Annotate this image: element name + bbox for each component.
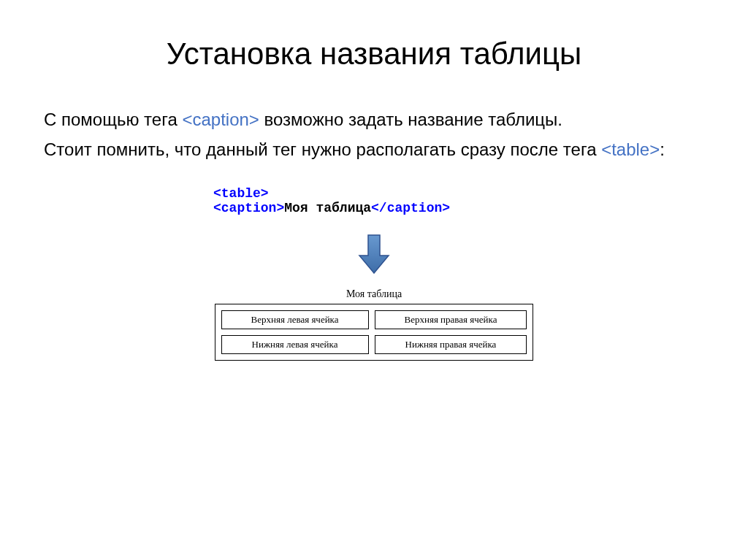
paragraph-2-prefix: Стоит помнить, что данный тег нужно расп… <box>44 139 601 159</box>
table-row: Нижняя левая ячейка Нижняя правая ячейка <box>221 335 527 354</box>
table-row: Верхняя левая ячейка Верхняя правая ячей… <box>221 310 527 329</box>
arrow-container <box>44 234 704 277</box>
cell-bottom-left: Нижняя левая ячейка <box>221 335 369 354</box>
arrow-down-icon <box>358 234 390 275</box>
paragraph-2-suffix: : <box>660 139 665 159</box>
code-caption-close: </caption> <box>371 201 450 215</box>
code-table-tag: <table> <box>213 186 269 201</box>
code-caption-open: <caption> <box>213 201 284 215</box>
paragraph-2: Стоит помнить, что данный тег нужно расп… <box>44 138 704 161</box>
example-table-caption: Моя таблица <box>44 288 704 300</box>
cell-top-right: Верхняя правая ячейка <box>375 310 527 329</box>
cell-bottom-right: Нижняя правая ячейка <box>375 335 527 354</box>
paragraph-1-prefix: С помощью тега <box>44 110 182 129</box>
code-caption-content: Моя таблица <box>284 201 371 215</box>
caption-tag-inline: <caption> <box>182 110 259 129</box>
example-table: Верхняя левая ячейка Верхняя правая ячей… <box>215 304 534 361</box>
content-area: С помощью тега <caption> возможно задать… <box>44 108 704 361</box>
table-tag-inline: <table> <box>601 139 660 159</box>
table-example-container: Моя таблица Верхняя левая ячейка Верхняя… <box>44 288 704 361</box>
code-example: <table> <caption>Моя таблица</caption> <box>44 186 704 215</box>
paragraph-1: С помощью тега <caption> возможно задать… <box>44 108 704 131</box>
paragraph-1-suffix: возможно задать название таблицы. <box>259 110 562 129</box>
cell-top-left: Верхняя левая ячейка <box>221 310 369 329</box>
slide-title: Установка названия таблицы <box>44 37 704 72</box>
